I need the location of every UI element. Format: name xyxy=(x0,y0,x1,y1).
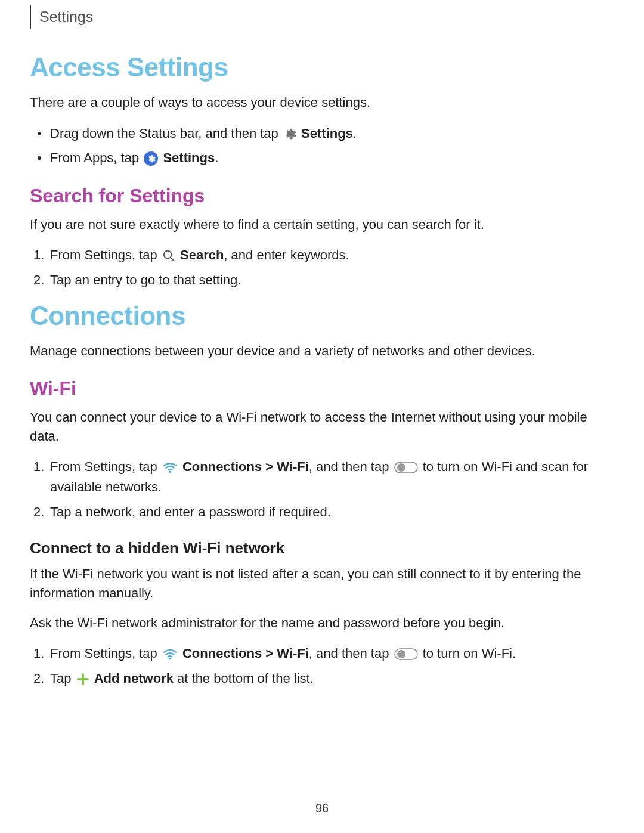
svg-point-5 xyxy=(169,658,171,659)
heading-wifi: Wi-Fi xyxy=(30,377,614,400)
plus-icon xyxy=(76,673,89,686)
text-fragment: Drag down the Status bar, and then tap xyxy=(50,126,282,141)
section-breadcrumb: Settings xyxy=(39,8,93,26)
hidden-wifi-steps-list: From Settings, tap Connections > Wi-Fi, … xyxy=(30,643,614,689)
text-fragment: From Apps, tap xyxy=(50,150,143,165)
text-fragment: . xyxy=(215,150,218,165)
access-methods-list: Drag down the Status bar, and then tap S… xyxy=(30,123,614,168)
text-fragment: Tap xyxy=(50,671,75,686)
text-fragment: , and then tap xyxy=(309,646,393,661)
heading-access-settings: Access Settings xyxy=(30,52,614,82)
text-bold: Connections > Wi-Fi xyxy=(182,646,309,661)
hidden-wifi-intro: If the Wi-Fi network you want is not lis… xyxy=(30,565,614,603)
gear-circle-icon xyxy=(144,151,158,166)
wifi-icon xyxy=(162,646,178,662)
text-fragment: From Settings, tap xyxy=(50,247,161,262)
list-item: Drag down the Status bar, and then tap S… xyxy=(50,123,614,144)
svg-point-2 xyxy=(169,471,171,473)
page-number: 96 xyxy=(0,801,644,815)
access-settings-intro: There are a couple of ways to access you… xyxy=(30,93,614,112)
connections-intro: Manage connections between your device a… xyxy=(30,342,614,361)
text-bold: Search xyxy=(180,247,224,262)
text-fragment: at the bottom of the list. xyxy=(174,671,314,686)
text-fragment: From Settings, tap xyxy=(50,646,161,661)
wifi-icon xyxy=(162,460,178,475)
gear-icon xyxy=(283,128,296,141)
svg-point-4 xyxy=(397,463,405,472)
text-fragment: to turn on Wi-Fi. xyxy=(423,646,516,661)
text-fragment: , and then tap xyxy=(309,459,393,474)
list-item: From Apps, tap Settings. xyxy=(50,147,614,168)
text-bold: Connections > Wi-Fi xyxy=(182,459,309,474)
wifi-steps-list: From Settings, tap Connections > Wi-Fi, … xyxy=(30,457,614,522)
toggle-off-icon xyxy=(394,460,418,475)
text-bold: Add network xyxy=(94,671,174,686)
search-icon xyxy=(162,249,175,262)
text-fragment: , and enter keywords. xyxy=(224,247,349,262)
search-settings-intro: If you are not sure exactly where to fin… xyxy=(30,215,614,234)
heading-connections: Connections xyxy=(30,301,614,331)
list-item: From Settings, tap Connections > Wi-Fi, … xyxy=(50,643,614,664)
svg-line-1 xyxy=(171,258,174,261)
list-item: Tap a network, and enter a password if r… xyxy=(50,502,614,522)
text-bold: Settings xyxy=(163,150,215,165)
search-steps-list: From Settings, tap Search, and enter key… xyxy=(30,245,614,290)
page-header: Settings xyxy=(30,5,614,29)
text-fragment: . xyxy=(353,126,357,141)
wifi-intro: You can connect your device to a Wi-Fi n… xyxy=(30,408,614,446)
list-item: Tap an entry to go to that setting. xyxy=(50,270,614,290)
text-bold: Settings xyxy=(301,126,353,141)
list-item: Tap Add network at the bottom of the lis… xyxy=(50,668,614,689)
hidden-wifi-note: Ask the Wi-Fi network administrator for … xyxy=(30,614,614,633)
heading-search-settings: Search for Settings xyxy=(30,185,614,207)
svg-point-7 xyxy=(397,650,405,658)
text-fragment: From Settings, tap xyxy=(50,459,161,474)
heading-hidden-wifi: Connect to a hidden Wi-Fi network xyxy=(30,539,614,558)
list-item: From Settings, tap Search, and enter key… xyxy=(50,245,614,265)
list-item: From Settings, tap Connections > Wi-Fi, … xyxy=(50,457,614,497)
toggle-off-icon xyxy=(394,647,418,661)
